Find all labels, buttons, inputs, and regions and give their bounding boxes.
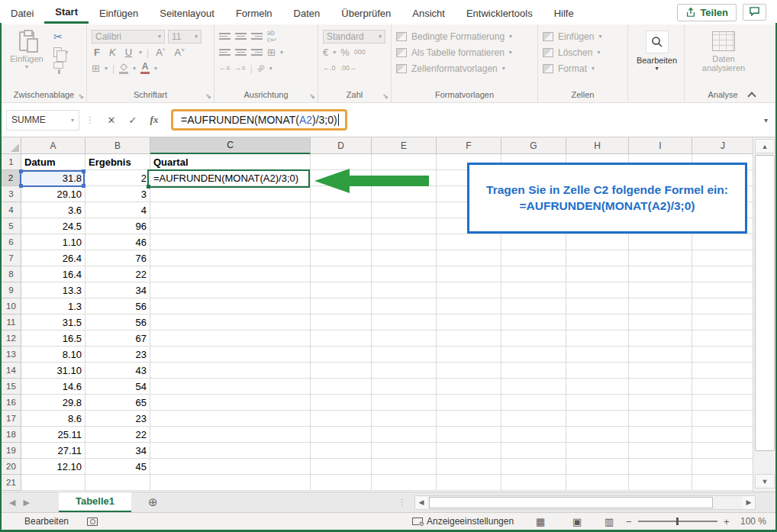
cell-F19[interactable] [437, 443, 501, 459]
cell-C16[interactable] [150, 395, 311, 411]
cell-J14[interactable] [692, 363, 754, 379]
cell-G15[interactable] [501, 379, 566, 395]
macro-record-button[interactable] [87, 513, 98, 530]
font-size-select[interactable]: 11▾ [168, 30, 202, 44]
cell-E14[interactable] [372, 363, 437, 379]
cell-H17[interactable] [566, 411, 629, 427]
cell-G16[interactable] [501, 395, 566, 411]
cell-B2[interactable]: 2 [85, 170, 150, 186]
scroll-left-icon[interactable]: ◀ [415, 496, 427, 509]
cell-D1[interactable] [311, 154, 372, 170]
delete-cells-button[interactable]: Löschen▾ [543, 44, 624, 60]
cell-G12[interactable] [501, 330, 566, 347]
cell-C6[interactable] [150, 234, 311, 250]
cell-H14[interactable] [566, 363, 629, 379]
row-header-6[interactable]: 6 [2, 234, 21, 250]
cell-B3[interactable]: 3 [85, 186, 150, 202]
cell-B1[interactable]: Ergebnis [85, 154, 150, 170]
tab-formeln[interactable]: Formeln [225, 2, 283, 23]
font-name-select[interactable]: Calibri▾ [92, 30, 165, 44]
horizontal-scrollbar[interactable]: ◀ ▶ [414, 495, 756, 510]
align-top-icon[interactable] [219, 33, 231, 40]
cell-C10[interactable] [150, 298, 311, 314]
font-dialog-launcher[interactable]: ⇘ [205, 92, 211, 100]
cell-B6[interactable]: 46 [85, 234, 150, 250]
cell-J20[interactable] [692, 459, 754, 475]
paste-button[interactable]: Einfügen ▾ [6, 28, 47, 89]
column-header-E[interactable]: E [372, 137, 437, 154]
cell-J12[interactable] [692, 330, 754, 347]
column-header-H[interactable]: H [566, 137, 629, 154]
view-normal-button[interactable]: ▦ [536, 513, 545, 530]
cell-F17[interactable] [437, 411, 501, 427]
tab-einfügen[interactable]: Einfügen [89, 2, 149, 23]
cell-B9[interactable]: 34 [85, 282, 150, 298]
cell-B7[interactable]: 76 [85, 250, 150, 266]
cell-E3[interactable] [372, 186, 437, 202]
tab-daten[interactable]: Daten [283, 2, 331, 23]
cell-F20[interactable] [437, 459, 501, 475]
cell-E18[interactable] [372, 427, 437, 443]
cell-A8[interactable]: 16.4 [21, 266, 85, 282]
cell-D8[interactable] [311, 266, 372, 282]
tab-entwicklertools[interactable]: Entwicklertools [456, 2, 543, 23]
cell-H20[interactable] [566, 459, 629, 475]
number-format-select[interactable]: Standard▾ [323, 30, 385, 44]
analyze-data-button[interactable]: Daten analysieren [696, 28, 751, 89]
tab-datei[interactable]: Datei [0, 2, 44, 23]
display-settings-button[interactable]: Anzeigeeinstellungen [412, 513, 514, 530]
cell-B13[interactable]: 23 [85, 347, 150, 363]
cell-H8[interactable] [566, 266, 629, 282]
cell-B4[interactable]: 4 [85, 202, 150, 218]
cell-I18[interactable] [629, 427, 692, 443]
insert-cells-button[interactable]: Einfügen▾ [543, 28, 624, 44]
decrease-decimal-icon[interactable]: .00→ [340, 65, 357, 72]
cell-C19[interactable] [150, 443, 311, 459]
cell-D6[interactable] [311, 234, 372, 250]
cell-E13[interactable] [372, 347, 437, 363]
cell-H12[interactable] [566, 330, 629, 347]
cell-C14[interactable] [150, 363, 311, 379]
cell-B20[interactable]: 45 [85, 459, 150, 475]
cell-B5[interactable]: 96 [85, 218, 150, 234]
row-header-19[interactable]: 19 [2, 443, 21, 459]
cell-D4[interactable] [311, 202, 372, 218]
cell-C12[interactable] [150, 330, 311, 347]
cell-D18[interactable] [311, 427, 372, 443]
cell-F18[interactable] [437, 427, 501, 443]
cell-E21[interactable] [372, 475, 437, 491]
cell-D15[interactable] [311, 379, 372, 395]
row-header-5[interactable]: 5 [2, 218, 21, 234]
cell-I7[interactable] [629, 250, 692, 266]
cell-G7[interactable] [501, 250, 566, 266]
row-header-10[interactable]: 10 [2, 298, 21, 314]
cell-I8[interactable] [629, 266, 692, 282]
cell-C1[interactable]: Quartal [150, 154, 311, 170]
cell-A11[interactable]: 31.5 [21, 314, 85, 330]
cell-E8[interactable] [372, 266, 437, 282]
cell-E12[interactable] [372, 330, 437, 347]
zoom-in-button[interactable]: + [724, 513, 730, 530]
cell-A1[interactable]: Datum [21, 154, 85, 170]
row-header-9[interactable]: 9 [2, 282, 21, 298]
cell-B16[interactable]: 65 [85, 395, 150, 411]
cell-E20[interactable] [372, 459, 437, 475]
cell-A3[interactable]: 29.10 [21, 186, 85, 202]
cell-H19[interactable] [566, 443, 629, 459]
cell-D5[interactable] [311, 218, 372, 234]
cell-H18[interactable] [566, 427, 629, 443]
cell-J17[interactable] [692, 411, 754, 427]
scroll-down-icon[interactable]: ▼ [755, 474, 775, 488]
cell-G17[interactable] [501, 411, 566, 427]
cell-I19[interactable] [629, 443, 692, 459]
cell-D17[interactable] [311, 411, 372, 427]
cell-J10[interactable] [692, 298, 754, 314]
increase-indent-icon[interactable]: →≡ [234, 65, 245, 72]
cell-G10[interactable] [501, 298, 566, 314]
cell-E9[interactable] [372, 282, 437, 298]
cell-J18[interactable] [692, 427, 754, 443]
column-header-D[interactable]: D [311, 137, 372, 154]
cell-G18[interactable] [501, 427, 566, 443]
cell-H21[interactable] [566, 475, 629, 491]
conditional-formatting-button[interactable]: Bedingte Formatierung▾ [396, 28, 534, 44]
